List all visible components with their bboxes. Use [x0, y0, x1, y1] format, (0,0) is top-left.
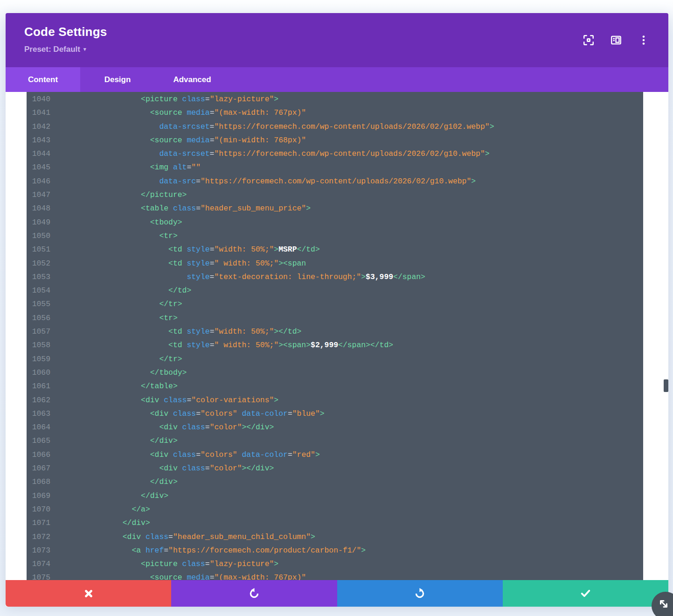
line-number: 1058 [27, 338, 50, 352]
scrollbar-thumb[interactable] [664, 379, 668, 392]
tab-design[interactable]: Design [80, 67, 155, 92]
code-line[interactable]: 1057 <td style="width: 50%;"></td> [27, 325, 643, 338]
undo-button[interactable] [171, 580, 337, 607]
code-text: <source media="(max-width: 767px)" [50, 571, 306, 580]
line-number: 1056 [27, 311, 50, 325]
code-text: <div class="colors" data-color="red"> [50, 448, 320, 462]
code-text: <tr> [50, 229, 178, 243]
line-number: 1065 [27, 434, 50, 448]
line-number: 1073 [27, 544, 50, 557]
line-number: 1052 [27, 257, 50, 270]
code-line[interactable]: 1063 <div class="colors" data-color="blu… [27, 407, 643, 420]
code-text: </div> [50, 516, 150, 530]
line-number: 1045 [27, 161, 50, 174]
tab-content[interactable]: Content [6, 67, 80, 92]
code-line[interactable]: 1048 <table class="header_sub_menu_price… [27, 202, 643, 215]
preset-selector[interactable]: Preset: Default▾ [24, 45, 86, 54]
code-line[interactable]: 1043 <source media="(min-width: 768px)" [27, 133, 643, 147]
code-line[interactable]: 1071 </div> [27, 516, 643, 530]
code-text: </tr> [50, 352, 182, 366]
code-line[interactable]: 1041 <source media="(max-width: 767px)" [27, 106, 643, 119]
code-line[interactable]: 1054 </td> [27, 284, 643, 297]
code-line[interactable]: 1068 </div> [27, 475, 643, 489]
line-number: 1068 [27, 475, 50, 489]
focus-mode-icon[interactable] [583, 34, 595, 46]
code-text: data-srcset="https://forcemech.com/wp-co… [50, 120, 494, 133]
code-line[interactable]: 1060 </tbody> [27, 366, 643, 379]
line-number: 1075 [27, 571, 50, 580]
redo-button[interactable] [337, 580, 503, 607]
code-line[interactable]: 1074 <picture class="lazy-picture"> [27, 557, 643, 571]
code-line[interactable]: 1067 <div class="color"></div> [27, 462, 643, 475]
line-number: 1067 [27, 462, 50, 475]
code-line[interactable]: 1058 <td style=" width: 50%;"><span>$2,9… [27, 338, 643, 352]
line-number: 1050 [27, 229, 50, 243]
code-text: <tr> [50, 311, 178, 325]
code-text: <td style=" width: 50%;"><span>$2,999</s… [50, 338, 393, 352]
code-text: <picture class="lazy-picture"> [50, 557, 278, 571]
discard-button[interactable] [6, 580, 171, 607]
code-text: <td style="width: 50%;">MSRP</td> [50, 243, 320, 256]
code-text: <div class="header_sub_menu_child_column… [50, 530, 315, 544]
code-line[interactable]: 1069 </div> [27, 489, 643, 503]
caret-down-icon: ▾ [83, 46, 86, 52]
code-line[interactable]: 1049 <tbody> [27, 216, 643, 229]
code-line[interactable]: 1065 </div> [27, 434, 643, 448]
code-settings-modal: Code Settings Preset: Default▾ [6, 13, 668, 607]
code-text: <td style=" width: 50%;"><span [50, 257, 306, 270]
line-number: 1070 [27, 503, 50, 516]
code-line[interactable]: 1053 style="text-decoration: line-throug… [27, 270, 643, 284]
line-number: 1062 [27, 393, 50, 407]
line-number: 1040 [27, 92, 50, 106]
code-line[interactable]: 1056 <tr> [27, 311, 643, 325]
code-line[interactable]: 1073 <a href="https://forcemech.com/prod… [27, 544, 643, 557]
check-icon [580, 588, 591, 599]
code-line[interactable]: 1075 <source media="(max-width: 767px)" [27, 571, 643, 580]
code-line[interactable]: 1046 data-src="https://forcemech.com/wp-… [27, 175, 643, 188]
code-text: <tbody> [50, 216, 182, 229]
code-text: data-src="https://forcemech.com/wp-conte… [50, 175, 476, 188]
code-line[interactable]: 1051 <td style="width: 50%;">MSRP</td> [27, 243, 643, 256]
line-number: 1043 [27, 133, 50, 147]
code-text: style="text-decoration: line-through;">$… [50, 270, 425, 284]
modal-title: Code Settings [24, 25, 107, 39]
line-number: 1061 [27, 379, 50, 393]
code-line[interactable]: 1052 <td style=" width: 50%;"><span [27, 257, 643, 270]
line-number: 1046 [27, 175, 50, 188]
line-number: 1057 [27, 325, 50, 338]
code-line[interactable]: 1044 data-srcset="https://forcemech.com/… [27, 147, 643, 161]
code-line[interactable]: 1061 </table> [27, 379, 643, 393]
code-text: <div class="color"></div> [50, 420, 274, 434]
code-line[interactable]: 1047 </picture> [27, 188, 643, 202]
more-options-icon[interactable] [638, 34, 650, 46]
line-number: 1054 [27, 284, 50, 297]
code-text: </tr> [50, 297, 182, 311]
panel-layout-icon[interactable] [610, 34, 622, 46]
code-line[interactable]: 1055 </tr> [27, 297, 643, 311]
code-line[interactable]: 1064 <div class="color"></div> [27, 420, 643, 434]
code-text: <table class="header_sub_menu_price"> [50, 202, 311, 215]
code-text: </tbody> [50, 366, 187, 379]
code-line[interactable]: 1070 </a> [27, 503, 643, 516]
code-line[interactable]: 1062 <div class="color-variations"> [27, 393, 643, 407]
code-line[interactable]: 1045 <img alt="" [27, 161, 643, 174]
code-text: </div> [50, 475, 178, 489]
code-editor[interactable]: 1040 <picture class="lazy-picture">1041 … [27, 92, 643, 580]
tab-advanced[interactable]: Advanced [155, 67, 229, 92]
code-line[interactable]: 1050 <tr> [27, 229, 643, 243]
code-line[interactable]: 1059 </tr> [27, 352, 643, 366]
code-line[interactable]: 1040 <picture class="lazy-picture"> [27, 92, 643, 106]
code-text: <div class="color"></div> [50, 462, 274, 475]
code-text: </div> [50, 434, 178, 448]
save-button[interactable] [503, 580, 668, 607]
undo-icon [248, 588, 260, 600]
close-icon [83, 588, 94, 599]
redo-icon [414, 588, 426, 600]
code-line[interactable]: 1042 data-srcset="https://forcemech.com/… [27, 120, 643, 133]
line-number: 1059 [27, 352, 50, 366]
code-line[interactable]: 1072 <div class="header_sub_menu_child_c… [27, 530, 643, 544]
code-lines: 1040 <picture class="lazy-picture">1041 … [27, 92, 643, 580]
line-number: 1069 [27, 489, 50, 503]
code-text: <a href="https://forcemech.com/product/c… [50, 544, 366, 557]
code-line[interactable]: 1066 <div class="colors" data-color="red… [27, 448, 643, 462]
